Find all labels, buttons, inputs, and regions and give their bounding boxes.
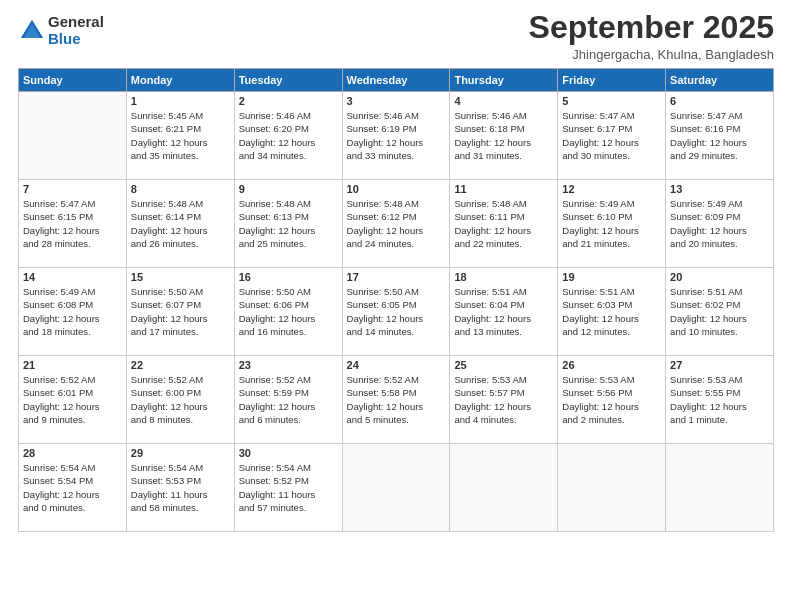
logo-text: General Blue [48, 14, 104, 47]
day-number: 5 [562, 95, 661, 107]
day-number: 4 [454, 95, 553, 107]
calendar-week-row: 28Sunrise: 5:54 AM Sunset: 5:54 PM Dayli… [19, 444, 774, 532]
table-row: 18Sunrise: 5:51 AM Sunset: 6:04 PM Dayli… [450, 268, 558, 356]
col-sunday: Sunday [19, 69, 127, 92]
day-number: 25 [454, 359, 553, 371]
day-info: Sunrise: 5:50 AM Sunset: 6:05 PM Dayligh… [347, 285, 446, 338]
day-info: Sunrise: 5:51 AM Sunset: 6:02 PM Dayligh… [670, 285, 769, 338]
day-number: 16 [239, 271, 338, 283]
logo-general: General [48, 14, 104, 31]
col-wednesday: Wednesday [342, 69, 450, 92]
day-number: 18 [454, 271, 553, 283]
col-thursday: Thursday [450, 69, 558, 92]
day-info: Sunrise: 5:54 AM Sunset: 5:52 PM Dayligh… [239, 461, 338, 514]
title-block: September 2025 Jhingergacha, Khulna, Ban… [529, 10, 774, 62]
day-number: 22 [131, 359, 230, 371]
day-info: Sunrise: 5:49 AM Sunset: 6:08 PM Dayligh… [23, 285, 122, 338]
logo: General Blue [18, 14, 104, 47]
day-info: Sunrise: 5:52 AM Sunset: 6:00 PM Dayligh… [131, 373, 230, 426]
table-row: 29Sunrise: 5:54 AM Sunset: 5:53 PM Dayli… [126, 444, 234, 532]
logo-icon [18, 17, 46, 45]
day-number: 28 [23, 447, 122, 459]
day-info: Sunrise: 5:50 AM Sunset: 6:07 PM Dayligh… [131, 285, 230, 338]
day-info: Sunrise: 5:49 AM Sunset: 6:09 PM Dayligh… [670, 197, 769, 250]
day-info: Sunrise: 5:54 AM Sunset: 5:53 PM Dayligh… [131, 461, 230, 514]
day-number: 13 [670, 183, 769, 195]
table-row: 20Sunrise: 5:51 AM Sunset: 6:02 PM Dayli… [666, 268, 774, 356]
day-info: Sunrise: 5:52 AM Sunset: 6:01 PM Dayligh… [23, 373, 122, 426]
table-row: 12Sunrise: 5:49 AM Sunset: 6:10 PM Dayli… [558, 180, 666, 268]
col-saturday: Saturday [666, 69, 774, 92]
day-info: Sunrise: 5:51 AM Sunset: 6:03 PM Dayligh… [562, 285, 661, 338]
day-number: 12 [562, 183, 661, 195]
day-info: Sunrise: 5:54 AM Sunset: 5:54 PM Dayligh… [23, 461, 122, 514]
table-row: 19Sunrise: 5:51 AM Sunset: 6:03 PM Dayli… [558, 268, 666, 356]
day-number: 10 [347, 183, 446, 195]
day-info: Sunrise: 5:49 AM Sunset: 6:10 PM Dayligh… [562, 197, 661, 250]
day-number: 21 [23, 359, 122, 371]
day-number: 8 [131, 183, 230, 195]
table-row: 27Sunrise: 5:53 AM Sunset: 5:55 PM Dayli… [666, 356, 774, 444]
table-row: 11Sunrise: 5:48 AM Sunset: 6:11 PM Dayli… [450, 180, 558, 268]
table-row: 23Sunrise: 5:52 AM Sunset: 5:59 PM Dayli… [234, 356, 342, 444]
day-number: 15 [131, 271, 230, 283]
day-info: Sunrise: 5:48 AM Sunset: 6:11 PM Dayligh… [454, 197, 553, 250]
day-number: 1 [131, 95, 230, 107]
day-info: Sunrise: 5:50 AM Sunset: 6:06 PM Dayligh… [239, 285, 338, 338]
col-tuesday: Tuesday [234, 69, 342, 92]
location: Jhingergacha, Khulna, Bangladesh [529, 47, 774, 62]
day-info: Sunrise: 5:48 AM Sunset: 6:13 PM Dayligh… [239, 197, 338, 250]
day-info: Sunrise: 5:53 AM Sunset: 5:55 PM Dayligh… [670, 373, 769, 426]
table-row: 14Sunrise: 5:49 AM Sunset: 6:08 PM Dayli… [19, 268, 127, 356]
table-row: 5Sunrise: 5:47 AM Sunset: 6:17 PM Daylig… [558, 92, 666, 180]
day-number: 3 [347, 95, 446, 107]
col-friday: Friday [558, 69, 666, 92]
table-row: 3Sunrise: 5:46 AM Sunset: 6:19 PM Daylig… [342, 92, 450, 180]
day-number: 29 [131, 447, 230, 459]
table-row [342, 444, 450, 532]
day-info: Sunrise: 5:47 AM Sunset: 6:17 PM Dayligh… [562, 109, 661, 162]
day-number: 6 [670, 95, 769, 107]
day-info: Sunrise: 5:53 AM Sunset: 5:57 PM Dayligh… [454, 373, 553, 426]
day-info: Sunrise: 5:52 AM Sunset: 5:59 PM Dayligh… [239, 373, 338, 426]
table-row: 6Sunrise: 5:47 AM Sunset: 6:16 PM Daylig… [666, 92, 774, 180]
day-info: Sunrise: 5:45 AM Sunset: 6:21 PM Dayligh… [131, 109, 230, 162]
table-row: 24Sunrise: 5:52 AM Sunset: 5:58 PM Dayli… [342, 356, 450, 444]
day-info: Sunrise: 5:46 AM Sunset: 6:18 PM Dayligh… [454, 109, 553, 162]
day-number: 14 [23, 271, 122, 283]
month-title: September 2025 [529, 10, 774, 45]
day-info: Sunrise: 5:47 AM Sunset: 6:16 PM Dayligh… [670, 109, 769, 162]
day-info: Sunrise: 5:48 AM Sunset: 6:12 PM Dayligh… [347, 197, 446, 250]
table-row: 8Sunrise: 5:48 AM Sunset: 6:14 PM Daylig… [126, 180, 234, 268]
day-number: 30 [239, 447, 338, 459]
day-number: 7 [23, 183, 122, 195]
day-number: 24 [347, 359, 446, 371]
logo-blue: Blue [48, 31, 104, 48]
calendar-week-row: 1Sunrise: 5:45 AM Sunset: 6:21 PM Daylig… [19, 92, 774, 180]
table-row: 17Sunrise: 5:50 AM Sunset: 6:05 PM Dayli… [342, 268, 450, 356]
table-row: 25Sunrise: 5:53 AM Sunset: 5:57 PM Dayli… [450, 356, 558, 444]
table-row [666, 444, 774, 532]
day-number: 23 [239, 359, 338, 371]
calendar-week-row: 14Sunrise: 5:49 AM Sunset: 6:08 PM Dayli… [19, 268, 774, 356]
table-row [19, 92, 127, 180]
day-number: 26 [562, 359, 661, 371]
table-row: 22Sunrise: 5:52 AM Sunset: 6:00 PM Dayli… [126, 356, 234, 444]
table-row: 7Sunrise: 5:47 AM Sunset: 6:15 PM Daylig… [19, 180, 127, 268]
calendar-week-row: 7Sunrise: 5:47 AM Sunset: 6:15 PM Daylig… [19, 180, 774, 268]
day-info: Sunrise: 5:46 AM Sunset: 6:19 PM Dayligh… [347, 109, 446, 162]
table-row: 4Sunrise: 5:46 AM Sunset: 6:18 PM Daylig… [450, 92, 558, 180]
page: General Blue September 2025 Jhingergacha… [0, 0, 792, 612]
col-monday: Monday [126, 69, 234, 92]
day-info: Sunrise: 5:53 AM Sunset: 5:56 PM Dayligh… [562, 373, 661, 426]
day-number: 11 [454, 183, 553, 195]
table-row: 2Sunrise: 5:46 AM Sunset: 6:20 PM Daylig… [234, 92, 342, 180]
day-info: Sunrise: 5:52 AM Sunset: 5:58 PM Dayligh… [347, 373, 446, 426]
table-row [450, 444, 558, 532]
table-row: 28Sunrise: 5:54 AM Sunset: 5:54 PM Dayli… [19, 444, 127, 532]
day-info: Sunrise: 5:51 AM Sunset: 6:04 PM Dayligh… [454, 285, 553, 338]
day-info: Sunrise: 5:48 AM Sunset: 6:14 PM Dayligh… [131, 197, 230, 250]
calendar-table: Sunday Monday Tuesday Wednesday Thursday… [18, 68, 774, 532]
day-number: 19 [562, 271, 661, 283]
day-number: 27 [670, 359, 769, 371]
